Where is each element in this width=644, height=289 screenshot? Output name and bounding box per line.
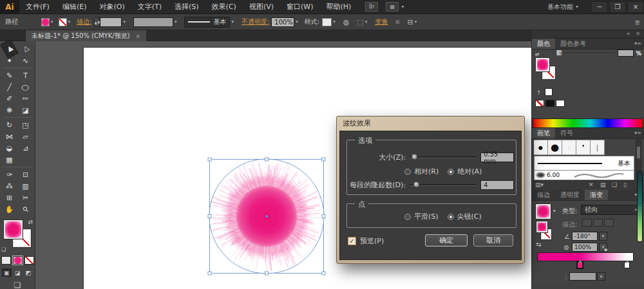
ridges-field[interactable]: 4 <box>480 180 514 190</box>
channel-value-field[interactable] <box>618 50 634 57</box>
pen-tool[interactable]: ✎ <box>1 70 17 81</box>
center-point[interactable] <box>266 216 269 218</box>
tab-stroke[interactable]: 描边 <box>532 190 555 200</box>
stroke-weight-field[interactable] <box>100 17 122 27</box>
brush-definition-dropdown[interactable]: 基本 <box>184 17 230 28</box>
location-caret-icon[interactable]: ▾ <box>597 272 605 281</box>
fill-proxy-swatch[interactable] <box>4 220 23 239</box>
isolate-selected-icon[interactable]: ⊟ <box>407 18 413 26</box>
angle-field[interactable]: -180° <box>572 232 598 241</box>
brush-calligraphic[interactable]: ❜ <box>576 140 591 155</box>
screen-mode-icon[interactable]: ❏ <box>0 281 35 289</box>
gradient-midpoint-icon[interactable]: ◆ <box>604 247 607 252</box>
brush-dot-small[interactable]: ● <box>534 140 548 155</box>
brush-dot-large[interactable]: ● <box>548 140 562 155</box>
reverse-gradient-icon[interactable]: ⇆ <box>536 241 541 248</box>
mesh-tool[interactable]: ▦ <box>1 154 17 165</box>
menu-select[interactable]: 选择(S) <box>168 0 205 14</box>
menu-type[interactable]: 文字(T) <box>131 0 168 14</box>
workspace-caret-icon[interactable]: ▾ <box>576 4 578 10</box>
free-transform-tool[interactable]: ▱ <box>17 131 33 142</box>
none-swatch[interactable] <box>535 100 544 107</box>
size-field[interactable]: 0.35 mm <box>480 153 514 162</box>
scale-tool[interactable]: ◳ <box>17 119 33 131</box>
brush-vertical[interactable]: | <box>591 140 605 155</box>
gradient-thumb-caret-icon[interactable]: ▾ <box>553 209 556 214</box>
preview-checkbox[interactable]: ✓ <box>348 237 356 245</box>
width-tool[interactable]: ⋈ <box>1 131 17 142</box>
stroke-weight-caret-icon[interactable]: ▾ <box>123 19 126 24</box>
smooth-label[interactable]: 平滑(S) <box>414 212 439 221</box>
corner-label[interactable]: 尖锐(C) <box>457 212 482 221</box>
workspace-switcher[interactable]: 基本功能 <box>547 3 573 12</box>
none-button[interactable] <box>24 256 34 265</box>
preferences-icon[interactable]: ⬚ <box>357 18 363 26</box>
stroke-weight-link[interactable]: 描边: <box>77 17 91 26</box>
gradient-thumbnail[interactable] <box>536 204 551 219</box>
gradient-stop-pink[interactable] <box>577 262 583 268</box>
shape-builder-tool[interactable]: ◒ <box>1 142 17 154</box>
menu-effect[interactable]: 效果(C) <box>205 0 243 14</box>
gradient-slider-bar[interactable] <box>537 252 634 261</box>
ridges-slider-thumb[interactable] <box>413 182 419 187</box>
tab-brushes[interactable]: 画笔 <box>532 128 555 138</box>
gradient-type-dropdown[interactable]: 径向▾ <box>581 205 641 215</box>
last-color-icon[interactable]: ↑ <box>536 89 542 96</box>
brushes-panel-menu-icon[interactable]: ▾≡ <box>634 130 641 136</box>
color-spectrum-bar[interactable] <box>533 118 643 128</box>
preview-label[interactable]: 预览(P) <box>360 236 384 246</box>
collapse-panels-icon[interactable]: « <box>627 31 630 37</box>
dialog-title[interactable]: 波纹效果 <box>337 117 524 130</box>
color-panel-menu-icon[interactable]: ▾≡ <box>634 41 641 46</box>
color-fill-proxy[interactable] <box>536 58 549 71</box>
type-tool[interactable]: T <box>17 70 33 81</box>
white-swatch-2[interactable] <box>556 100 565 107</box>
ridges-slider[interactable] <box>410 184 477 186</box>
color-button[interactable] <box>1 256 11 265</box>
tab-gradient[interactable]: 渐变 <box>585 190 608 200</box>
absolute-label[interactable]: 绝对(A) <box>457 167 482 176</box>
fill-caret-icon[interactable]: ▾ <box>51 19 53 24</box>
stroke-weight-stepper[interactable]: ▲▼ <box>94 17 100 27</box>
menu-view[interactable]: 视图(V) <box>243 0 280 14</box>
minimize-button[interactable]: − <box>591 1 608 13</box>
size-slider[interactable] <box>410 156 477 158</box>
close-button[interactable]: × <box>627 1 644 13</box>
width-profile-caret-icon[interactable]: ▾ <box>175 19 177 24</box>
gradient-button[interactable] <box>13 256 23 265</box>
arrange-documents-caret-icon[interactable]: ▾ <box>401 4 404 10</box>
default-fill-stroke-icon[interactable]: ❏ <box>1 247 6 252</box>
isolate-caret-icon[interactable]: ▾ <box>415 19 417 24</box>
ok-button[interactable]: 确定 <box>425 234 468 247</box>
pencil-tool[interactable]: ✏ <box>17 93 33 104</box>
stop-location-field[interactable] <box>569 272 596 281</box>
opacity-caret-icon[interactable]: ▾ <box>296 19 298 24</box>
draw-inside-icon[interactable]: ◩ <box>24 268 33 277</box>
angle-caret-icon[interactable]: ▾ <box>599 232 607 241</box>
artwork-svg[interactable] <box>206 156 328 278</box>
ripple-effect-dialog[interactable]: 波纹效果 选项 大小(Z): 0.35 mm 相对(R) 绝对(A) 每段的隆起… <box>336 116 525 264</box>
menu-window[interactable]: 窗口(W) <box>280 0 319 14</box>
hand-tool[interactable]: ✋ <box>1 203 17 215</box>
control-bar-menu-icon[interactable]: ≣ <box>635 19 640 26</box>
tab-close-icon[interactable]: × <box>136 33 141 39</box>
arrange-documents-icon[interactable]: ▦ <box>386 2 399 12</box>
align-icon[interactable]: ⌗ <box>395 18 399 26</box>
remove-brush-stroke-icon[interactable]: ✕ <box>589 182 594 188</box>
perspective-grid-tool[interactable]: ⊿ <box>17 142 33 154</box>
eraser-tool[interactable]: ◪ <box>17 104 33 116</box>
charcoal-brush-row[interactable]: 6.00 <box>534 171 634 180</box>
swap-fill-stroke-icon[interactable]: ⇄ <box>28 219 33 225</box>
blob-brush-tool[interactable]: ❋ <box>1 104 17 116</box>
style-swatch[interactable] <box>322 18 332 26</box>
rotate-tool[interactable]: ↻ <box>1 119 17 131</box>
brush-libraries-icon[interactable]: ▤▾ <box>535 182 544 188</box>
gradient-tool[interactable] <box>17 154 33 165</box>
channel-track[interactable] <box>564 53 615 54</box>
white-swatch[interactable] <box>545 88 553 96</box>
relative-radio[interactable] <box>404 169 411 175</box>
fill-color-swatch[interactable] <box>41 18 50 26</box>
stroke-caret-icon[interactable]: ▾ <box>68 19 71 24</box>
document-setup-icon[interactable]: ◍ <box>343 18 350 26</box>
restore-button[interactable]: ❐ <box>609 1 626 13</box>
